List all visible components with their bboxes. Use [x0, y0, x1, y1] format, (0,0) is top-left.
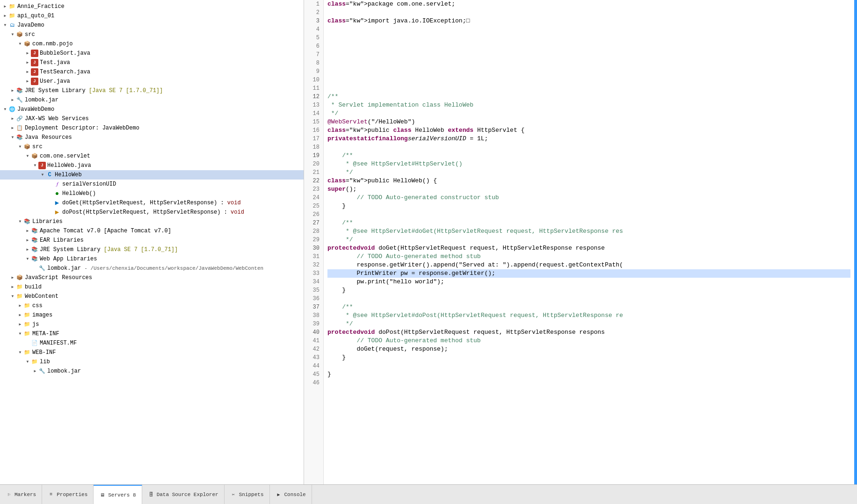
line-number: 20 [306, 160, 320, 168]
library-icon: 📚 [31, 255, 38, 263]
bottom-tab-servers[interactable]: 🖥Servers 8 [94, 485, 142, 504]
code-line: protected void doGet(HttpServletRequest … [327, 244, 850, 252]
line-number: ⚠31 [306, 252, 320, 261]
jre-icon: 📚 [31, 246, 38, 253]
tree-item-webapp_libraries[interactable]: ▼📚Web App Libraries [0, 254, 304, 264]
tree-arrow: ▶ [17, 312, 23, 318]
tree-item-lib[interactable]: ▼📁lib [0, 357, 304, 367]
bottom-tab-console[interactable]: ▶Console [270, 485, 312, 504]
line-number: 33 [306, 269, 320, 278]
tree-item-build[interactable]: ▶📁build [0, 282, 304, 292]
tree-item-java_resources[interactable]: ▼📚Java Resources [0, 133, 304, 142]
tree-item-annie[interactable]: ▶📁Annie_Fractice [0, 2, 304, 11]
tree-arrow: ▶ [2, 13, 8, 19]
tree-label: Annie_Fractice [17, 2, 65, 11]
tree-item-bubblesort[interactable]: ▶JBubbleSort.java [0, 49, 304, 58]
line-number: 32 [306, 261, 320, 269]
tree-label: JAX-WS Web Services [25, 115, 89, 123]
bottom-tab-markers[interactable]: ⚐Markers [0, 485, 42, 504]
line-number: ⚠41 [306, 337, 320, 345]
library-icon: 📚 [31, 237, 38, 244]
tree-label: doGet(HttpServletRequest, HttpServletRes… [62, 199, 241, 207]
line-number: ⊖30 [306, 244, 320, 252]
bottom-tab-snippets[interactable]: ✂Snippets [225, 485, 270, 504]
tree-arrow: ▼ [17, 331, 23, 337]
line-number: 45 [306, 370, 320, 379]
tree-item-doGet[interactable]: ▶doGet(HttpServletRequest, HttpServletRe… [0, 198, 304, 208]
tree-label: JavaScript Resources [25, 274, 92, 282]
line-number: 42 [306, 345, 320, 353]
code-line [327, 379, 850, 387]
tree-item-meta_inf[interactable]: ▼📁META-INF [0, 329, 304, 338]
code-line: /** [327, 219, 850, 227]
line-number: 4 [306, 25, 320, 34]
tree-item-images[interactable]: ▶📁images [0, 310, 304, 320]
tree-item-web_inf[interactable]: ▼📁WEB-INF [0, 348, 304, 357]
tree-label: HelloWeb [55, 171, 82, 179]
tree-item-js_resources[interactable]: ▶📦JavaScript Resources [0, 273, 304, 282]
tree-item-deployment[interactable]: ▶📋Deployment Descriptor: JavaWebDemo [0, 123, 304, 133]
jar-icon: 🔧 [38, 367, 46, 375]
tree-item-com.nmb.pojo[interactable]: ▼📦com.nmb.pojo [0, 39, 304, 49]
line-number: 8 [306, 59, 320, 67]
tree-item-webcontent[interactable]: ▼📁WebContent [0, 292, 304, 301]
folder-icon: 📁 [16, 293, 23, 300]
code-line: * @see HttpServlet#doGet(HttpServletRequ… [327, 227, 850, 236]
tree-item-javawebdemo[interactable]: ▼🌐JavaWebDemo [0, 105, 304, 114]
tree-label: WebContent [25, 292, 58, 301]
tree-item-apache_tomcat[interactable]: ▶📚Apache Tomcat v7.0 [Apache Tomcat v7.0… [0, 226, 304, 236]
tree-arrow: ▶ [24, 246, 31, 253]
line-number: 36 [306, 295, 320, 303]
src-icon: 📦 [16, 31, 23, 38]
line-number: 23 [306, 185, 320, 194]
code-line: */ [327, 109, 850, 118]
folder-icon: 📁 [23, 311, 31, 319]
markers-icon: ⚐ [6, 491, 12, 498]
bottom-tab-properties[interactable]: ≡Properties [42, 485, 94, 504]
tree-item-manifest[interactable]: 📄MANIFEST.MF [0, 338, 304, 348]
tree-label: JavaWebDemo [17, 105, 54, 114]
tree-item-helloweb_ctor[interactable]: ●HelloWeb() [0, 189, 304, 198]
tree-item-lombok_jar2[interactable]: 🔧lombok.jar - /Users/chenxia/Documents/w… [0, 264, 304, 273]
tree-item-lombok_jar[interactable]: ▶🔧lombok.jar [0, 95, 304, 105]
right-gutter [854, 0, 857, 484]
tree-item-serialVersionUID[interactable]: 𝑓serialVersionUID [0, 180, 304, 189]
bottom-tab-datasource[interactable]: 🗄Data Source Explorer [142, 485, 225, 504]
tree-arrow: ▶ [32, 368, 38, 374]
manifest-icon: 📄 [31, 339, 38, 347]
tree-item-user[interactable]: ▶JUser.java [0, 77, 304, 86]
code-line [327, 59, 850, 67]
tree-item-jre_system[interactable]: ▶📚JRE System Library [Java SE 7 [1.7.0_7… [0, 86, 304, 95]
tree-item-jre_system2[interactable]: ▶📚JRE System Library [Java SE 7 [1.7.0_7… [0, 245, 304, 254]
tree-item-lombok_jar3[interactable]: ▶🔧lombok.jar [0, 367, 304, 376]
tree-item-helloweb_class[interactable]: ▼CHelloWeb [0, 170, 304, 180]
tree-label: JavaDemo [17, 21, 44, 29]
tree-arrow [24, 340, 31, 346]
tree-item-javademo[interactable]: ▼🗂JavaDemo [0, 21, 304, 30]
tree-arrow: ▼ [17, 41, 23, 47]
tree-item-doPost[interactable]: ▶doPost(HttpServletRequest, HttpServletR… [0, 208, 304, 217]
tree-item-js[interactable]: ▶📁js [0, 320, 304, 329]
tree-item-libraries[interactable]: ▼📚Libraries [0, 217, 304, 226]
tree-item-ear_libraries[interactable]: ▶📚EAR Libraries [0, 236, 304, 245]
tree-label: Web App Libraries [40, 255, 97, 263]
tree-item-api_quto_01[interactable]: ▶📁api_quto_01 [0, 11, 304, 21]
code-editor: 12⊖34567891011⊖12131415161718⊖192021⊖222… [304, 0, 857, 484]
tree-label: MANIFEST.MF [40, 339, 77, 347]
java-file-icon: J [31, 78, 38, 85]
tree-arrow: ▶ [17, 321, 23, 328]
line-number: 43 [306, 353, 320, 362]
tree-item-testsearch[interactable]: ▶JTestSearch.java [0, 67, 304, 77]
line-number: 38 [306, 311, 320, 320]
tree-arrow [32, 265, 38, 272]
java-file-icon: J [31, 50, 38, 57]
tree-item-src2[interactable]: ▼📦src [0, 142, 304, 151]
tree-item-helloweb_java[interactable]: ▼JHelloWeb.java [0, 161, 304, 170]
tree-item-src[interactable]: ▼📦src [0, 30, 304, 39]
tree-item-com.one.servlet[interactable]: ▼📦com.one.servlet [0, 151, 304, 161]
code-line: } [327, 202, 850, 210]
tree-item-jax_ws[interactable]: ▶🔗JAX-WS Web Services [0, 114, 304, 123]
tree-item-css[interactable]: ▶📁css [0, 301, 304, 310]
line-number: 39 [306, 320, 320, 328]
tree-item-test[interactable]: ▶JTest.java [0, 58, 304, 67]
